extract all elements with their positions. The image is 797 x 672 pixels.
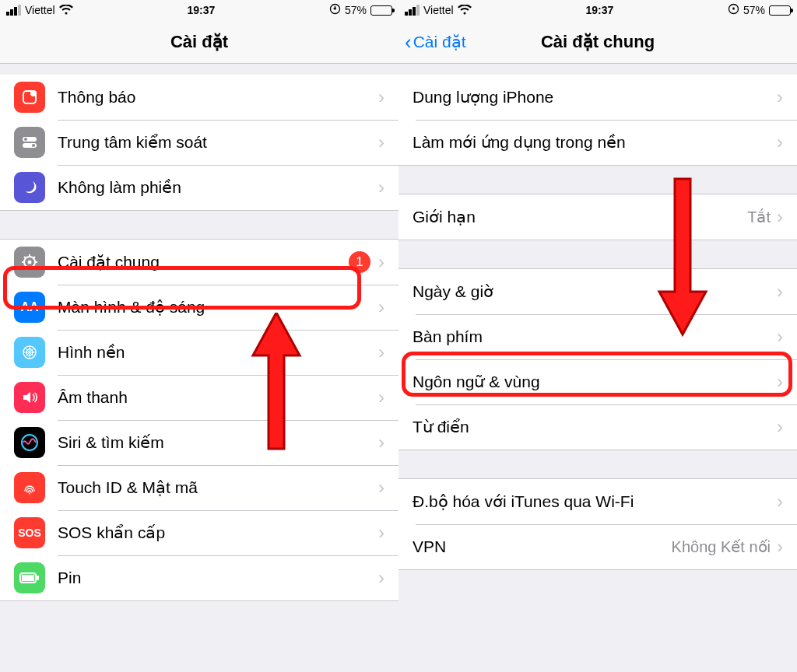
sounds-icon xyxy=(14,382,45,413)
nav-bar: Cài đặt xyxy=(0,20,398,64)
chevron-right-icon: › xyxy=(777,491,783,513)
dnd-icon xyxy=(14,172,45,203)
chevron-right-icon: › xyxy=(777,371,783,393)
status-bar: Viettel 19:37 57% xyxy=(0,0,398,20)
settings-screen: Viettel 19:37 57% Cài đặt Thông báo › xyxy=(0,0,398,672)
row-label: Màn hình & độ sáng xyxy=(58,298,378,317)
chevron-left-icon: ‹ xyxy=(405,32,412,52)
row-display[interactable]: AA Màn hình & độ sáng › xyxy=(0,285,398,330)
page-title: Cài đặt chung xyxy=(541,32,655,52)
svg-point-3 xyxy=(30,90,37,96)
row-label: Âm thanh xyxy=(58,388,378,407)
nav-bar: ‹ Cài đặt Cài đặt chung xyxy=(398,20,797,64)
row-battery[interactable]: Pin › xyxy=(0,555,398,600)
row-language-region[interactable]: Ngôn ngữ & vùng › xyxy=(398,359,797,404)
row-sos[interactable]: SOS SOS khẩn cấp › xyxy=(0,510,398,555)
chevron-right-icon: › xyxy=(777,536,783,558)
row-label: Hình nền xyxy=(58,343,378,362)
row-label: SOS khẩn cấp xyxy=(58,523,378,542)
battery-icon xyxy=(370,5,392,16)
back-button[interactable]: ‹ Cài đặt xyxy=(405,20,466,63)
carrier-label: Viettel xyxy=(25,4,55,16)
row-notifications[interactable]: Thông báo › xyxy=(0,75,398,120)
control-center-icon xyxy=(14,127,45,158)
row-label: Trung tâm kiểm soát xyxy=(58,133,378,152)
row-sounds[interactable]: Âm thanh › xyxy=(0,375,398,420)
chevron-right-icon: › xyxy=(378,387,384,408)
siri-icon xyxy=(14,427,45,458)
sos-icon: SOS xyxy=(14,517,45,548)
svg-rect-1 xyxy=(334,8,335,10)
chevron-right-icon: › xyxy=(378,177,384,198)
notification-badge: 1 xyxy=(349,251,370,273)
svg-line-17 xyxy=(33,257,35,258)
row-label: Siri & tìm kiếm xyxy=(58,433,378,452)
row-touchid[interactable]: Touch ID & Mật mã › xyxy=(0,465,398,510)
chevron-right-icon: › xyxy=(378,251,384,273)
chevron-right-icon: › xyxy=(777,206,783,228)
row-itunes-wifi-sync[interactable]: Đ.bộ hóa với iTunes qua Wi-Fi › xyxy=(398,479,797,524)
chevron-right-icon: › xyxy=(378,432,384,453)
wallpaper-icon xyxy=(14,337,45,368)
row-iphone-storage[interactable]: Dung lượng iPhone › xyxy=(398,75,797,120)
chevron-right-icon: › xyxy=(777,86,783,108)
notifications-icon xyxy=(14,82,45,113)
svg-point-9 xyxy=(28,261,32,264)
chevron-right-icon: › xyxy=(777,131,783,153)
general-screen: Viettel 19:37 57% ‹ Cài đặt Cài đặt chun… xyxy=(398,0,797,672)
row-vpn[interactable]: VPN Không Kết nối › xyxy=(398,524,797,569)
row-label: Thông báo xyxy=(58,88,378,107)
wifi-icon xyxy=(458,4,472,17)
chevron-right-icon: › xyxy=(777,281,783,303)
status-bar: Viettel 19:37 57% xyxy=(398,0,797,20)
row-label: Làm mới ứng dụng trong nền xyxy=(413,133,777,152)
svg-line-15 xyxy=(33,266,35,268)
battery-row-icon xyxy=(14,562,45,593)
chevron-right-icon: › xyxy=(378,522,384,544)
row-label: Pin xyxy=(58,569,378,587)
svg-line-14 xyxy=(24,257,26,258)
fingerprint-icon xyxy=(14,472,45,503)
svg-line-16 xyxy=(24,266,26,268)
row-control-center[interactable]: Trung tâm kiểm soát › xyxy=(0,120,398,165)
chevron-right-icon: › xyxy=(378,296,384,318)
battery-pct: 57% xyxy=(345,4,367,16)
row-dictionary[interactable]: Từ điển › xyxy=(398,404,797,450)
orientation-lock-icon xyxy=(728,3,739,17)
wifi-icon xyxy=(59,4,73,17)
row-value: Tắt xyxy=(747,208,771,226)
row-background-refresh[interactable]: Làm mới ứng dụng trong nền › xyxy=(398,120,797,165)
signal-icon xyxy=(6,5,21,16)
row-label: Dung lượng iPhone xyxy=(413,88,777,107)
back-label: Cài đặt xyxy=(413,33,466,51)
row-label: Touch ID & Mật mã xyxy=(58,478,378,497)
svg-rect-23 xyxy=(22,575,34,581)
row-label: Đ.bộ hóa với iTunes qua Wi-Fi xyxy=(413,492,777,511)
row-label: Ngày & giờ xyxy=(413,282,777,301)
clock: 19:37 xyxy=(187,4,215,16)
carrier-label: Viettel xyxy=(423,4,454,16)
display-icon: AA xyxy=(14,292,45,323)
clock: 19:37 xyxy=(585,4,613,16)
row-date-time[interactable]: Ngày & giờ › xyxy=(398,269,797,314)
row-label: Bàn phím xyxy=(413,327,777,346)
row-wallpaper[interactable]: Hình nền › xyxy=(0,330,398,375)
row-keyboard[interactable]: Bàn phím › xyxy=(398,314,797,359)
chevron-right-icon: › xyxy=(378,131,384,153)
chevron-right-icon: › xyxy=(777,326,783,348)
row-general[interactable]: Cài đặt chung 1 › xyxy=(0,240,398,285)
gear-icon xyxy=(14,247,45,278)
signal-icon xyxy=(405,5,420,16)
battery-pct: 57% xyxy=(743,4,765,16)
svg-rect-26 xyxy=(732,8,734,10)
chevron-right-icon: › xyxy=(378,86,384,108)
row-label: Ngôn ngữ & vùng xyxy=(413,373,777,391)
row-label: Giới hạn xyxy=(413,208,747,226)
row-siri[interactable]: Siri & tìm kiếm › xyxy=(0,420,398,465)
row-label: VPN xyxy=(413,537,672,556)
row-label: Cài đặt chung xyxy=(58,253,349,271)
chevron-right-icon: › xyxy=(777,416,783,438)
row-restrictions[interactable]: Giới hạn Tắt › xyxy=(398,194,797,240)
orientation-lock-icon xyxy=(329,3,341,17)
row-dnd[interactable]: Không làm phiền › xyxy=(0,165,398,210)
